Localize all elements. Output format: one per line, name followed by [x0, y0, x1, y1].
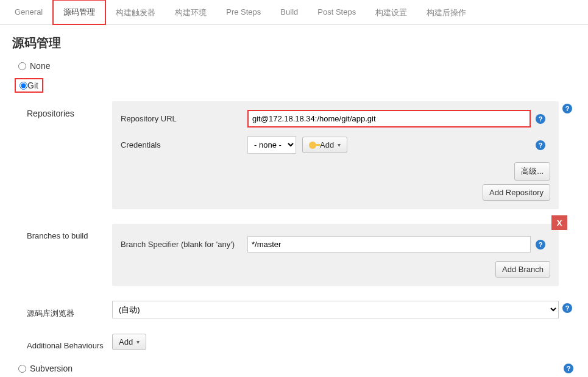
tab-build-settings[interactable]: 构建设置 [366, 0, 417, 24]
tab-env[interactable]: 构建环境 [165, 0, 216, 24]
branch-specifier-input[interactable] [247, 236, 531, 253]
tab-scm[interactable]: 源码管理 [52, 0, 106, 25]
scm-option-git[interactable]: Git [15, 78, 43, 93]
tab-build[interactable]: Build [271, 0, 308, 24]
add-credentials-button[interactable]: Add ▾ [302, 137, 347, 153]
radio-git[interactable] [19, 82, 27, 90]
repositories-label: Repositories [27, 101, 112, 118]
radio-none[interactable] [18, 62, 26, 70]
help-icon[interactable]: ? [562, 104, 572, 113]
help-icon[interactable]: ? [536, 140, 545, 150]
scm-option-none[interactable]: None [12, 57, 576, 74]
credentials-label: Credentials [121, 140, 243, 149]
help-icon[interactable]: ? [536, 114, 545, 124]
key-icon [309, 142, 316, 149]
advanced-button[interactable]: 高级... [514, 162, 550, 181]
repo-url-label: Repository URL [121, 114, 243, 123]
repositories-panel: Repository URL ? Credentials - none - Ad… [112, 101, 559, 209]
radio-subversion[interactable] [18, 365, 26, 373]
radio-git-label: Git [27, 81, 38, 90]
radio-none-label: None [30, 61, 50, 71]
branch-specifier-label: Branch Specifier (blank for 'any') [121, 240, 243, 249]
scm-option-subversion[interactable]: Subversion [18, 364, 73, 373]
add-repository-button[interactable]: Add Repository [483, 184, 550, 201]
add-branch-button[interactable]: Add Branch [495, 261, 550, 278]
help-icon[interactable]: ? [564, 364, 573, 373]
additional-behaviours-label: Additional Behaviours [27, 334, 112, 350]
repo-url-highlight [247, 110, 531, 127]
tab-pre-steps[interactable]: Pre Steps [216, 0, 271, 24]
radio-subversion-label: Subversion [30, 364, 73, 373]
repo-browser-label: 源码库浏览器 [27, 301, 112, 319]
help-icon[interactable]: ? [536, 240, 545, 250]
add-behaviour-button[interactable]: Add [112, 334, 146, 350]
config-tabs: General 源码管理 构建触发器 构建环境 Pre Steps Build … [0, 0, 588, 25]
credentials-select[interactable]: - none - [247, 136, 296, 154]
add-credentials-label: Add [320, 140, 334, 149]
tab-general[interactable]: General [5, 0, 52, 24]
delete-branch-button[interactable]: X [551, 215, 567, 230]
branches-panel: X Branch Specifier (blank for 'any') ? A… [112, 224, 559, 286]
help-icon[interactable]: ? [562, 303, 572, 313]
repo-browser-select[interactable]: (自动) [112, 301, 559, 318]
section-title-scm: 源码管理 [0, 25, 588, 57]
tab-post-steps[interactable]: Post Steps [308, 0, 366, 24]
branches-label: Branches to build [27, 224, 112, 240]
tab-triggers[interactable]: 构建触发器 [106, 0, 165, 24]
tab-postbuild[interactable]: 构建后操作 [417, 0, 476, 24]
repo-url-input[interactable] [249, 111, 530, 126]
